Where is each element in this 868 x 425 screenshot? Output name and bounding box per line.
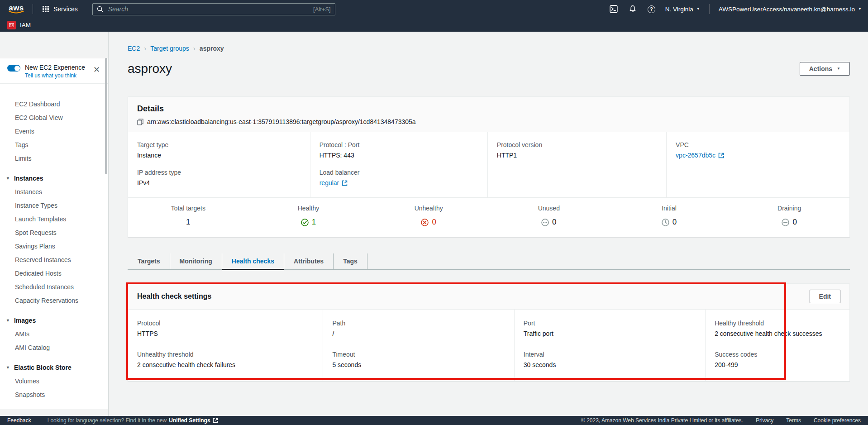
new-experience-label: New EC2 Experience xyxy=(25,64,85,71)
sidebar-scrollbar[interactable] xyxy=(105,58,107,174)
external-link-icon xyxy=(213,418,218,423)
sidebar-item-limits[interactable]: Limits xyxy=(0,152,108,165)
breadcrumb: EC2 › Target groups › asproxy xyxy=(128,44,850,52)
region-selector[interactable]: N. Virginia ▼ xyxy=(665,6,700,13)
minus-circle-icon xyxy=(782,219,789,226)
divider xyxy=(709,4,710,14)
counter-unused: Unused 0 xyxy=(489,205,609,227)
sidebar-item-volumes[interactable]: Volumes xyxy=(0,374,108,388)
target-group-tabs: Targets Monitoring Health checks Attribu… xyxy=(128,253,850,270)
recent-service-link[interactable]: IAM xyxy=(20,22,31,29)
sidebar-item-launch-templates[interactable]: Launch Templates xyxy=(0,212,108,226)
account-menu[interactable]: AWSPowerUserAccess/navaneeth.kn@harness.… xyxy=(719,6,862,13)
load-balancer-link[interactable]: regular xyxy=(320,179,348,186)
protocol-version-value: HTTP1 xyxy=(497,152,657,159)
sidebar-item-dedicated-hosts[interactable]: Dedicated Hosts xyxy=(0,267,108,280)
field-label: Success codes xyxy=(715,351,840,358)
aws-logo[interactable]: aws xyxy=(6,5,26,14)
hc-timeout-value: 5 seconds xyxy=(332,361,505,368)
field-label: Port xyxy=(524,320,696,327)
help-button[interactable]: ? xyxy=(647,5,656,14)
hc-interval-value: 30 seconds xyxy=(524,361,696,368)
privacy-link[interactable]: Privacy xyxy=(756,417,773,424)
x-circle-icon xyxy=(421,219,429,226)
breadcrumb-target-groups[interactable]: Target groups xyxy=(150,45,189,52)
sidebar-section-ebs[interactable]: ▼ Elastic Block Store xyxy=(0,361,108,374)
vpc-link[interactable]: vpc-2657db5c xyxy=(676,152,724,159)
close-icon[interactable]: ✕ xyxy=(91,64,102,76)
section-label: Instances xyxy=(14,175,43,182)
search-shortcut-hint: [Alt+S] xyxy=(313,6,331,13)
edit-button[interactable]: Edit xyxy=(810,290,840,303)
tell-us-link[interactable]: Tell us what you think xyxy=(25,72,85,79)
global-search[interactable]: [Alt+S] xyxy=(92,3,335,15)
breadcrumb-ec2[interactable]: EC2 xyxy=(128,45,140,52)
cloudshell-icon xyxy=(610,5,618,13)
breadcrumb-current: asproxy xyxy=(200,45,224,52)
counter-initial: Initial 0 xyxy=(609,205,730,227)
counter-label: Unhealthy xyxy=(368,205,489,212)
hc-protocol-value: HTTPS xyxy=(137,330,314,337)
field-label: Protocol version xyxy=(497,141,657,148)
sidebar-item-reserved-instances[interactable]: Reserved Instances xyxy=(0,253,108,267)
protocol-port-value: HTTPS: 443 xyxy=(320,152,478,159)
tab-targets[interactable]: Targets xyxy=(128,253,170,269)
sidebar-section-images[interactable]: ▼ Images xyxy=(0,314,108,327)
feedback-link[interactable]: Feedback xyxy=(7,417,31,424)
services-label: Services xyxy=(53,5,78,13)
sidebar-item-spot-requests[interactable]: Spot Requests xyxy=(0,226,108,239)
dots-circle-icon xyxy=(541,219,549,226)
counter-value: 0 xyxy=(672,218,677,227)
counter-label: Total targets xyxy=(128,205,248,212)
copy-arn-button[interactable] xyxy=(137,119,143,125)
counter-value: 0 xyxy=(432,218,436,227)
sidebar-item-savings-plans[interactable]: Savings Plans xyxy=(0,239,108,253)
field-label: Interval xyxy=(524,351,696,358)
field-label: Protocol xyxy=(137,320,314,327)
bell-icon xyxy=(629,5,637,13)
search-icon xyxy=(97,6,104,13)
load-balancer-value: regular xyxy=(320,179,339,186)
vpc-value: vpc-2657db5c xyxy=(676,152,715,159)
sidebar-item-ami-catalog[interactable]: AMI Catalog xyxy=(0,341,108,354)
sidebar-item-snapshots[interactable]: Snapshots xyxy=(0,388,108,401)
edit-label: Edit xyxy=(819,293,831,300)
tab-tags[interactable]: Tags xyxy=(334,253,367,269)
sidebar-item-capacity-reservations[interactable]: Capacity Reservations xyxy=(0,294,108,307)
sidebar-item-instances[interactable]: Instances xyxy=(0,185,108,199)
counter-value: 0 xyxy=(792,218,796,227)
tab-attributes[interactable]: Attributes xyxy=(284,253,334,269)
hc-path-value: / xyxy=(332,330,505,337)
field-label: Target type xyxy=(137,141,301,148)
details-card: Details arn:aws:elasticloadbalancing:us-… xyxy=(128,96,850,237)
section-label: Elastic Block Store xyxy=(14,364,72,371)
counter-label: Initial xyxy=(609,205,730,212)
sidebar-item-ec2-dashboard[interactable]: EC2 Dashboard xyxy=(0,97,108,111)
new-experience-toggle[interactable] xyxy=(7,65,20,72)
services-menu-button[interactable]: Services xyxy=(39,4,81,14)
sidebar-item-ec2-global-view[interactable]: EC2 Global View xyxy=(0,111,108,124)
actions-button[interactable]: Actions ▼ xyxy=(800,62,850,76)
terms-link[interactable]: Terms xyxy=(786,417,801,424)
notifications-button[interactable] xyxy=(628,4,638,14)
sidebar-item-events[interactable]: Events xyxy=(0,124,108,138)
hc-success-codes-value: 200-499 xyxy=(715,361,840,368)
sidebar-section-instances[interactable]: ▼ Instances xyxy=(0,172,108,185)
services-grid-icon xyxy=(42,5,49,13)
tab-monitoring[interactable]: Monitoring xyxy=(170,253,222,269)
cookie-preferences-link[interactable]: Cookie preferences xyxy=(814,417,861,424)
check-circle-icon xyxy=(301,219,309,226)
region-label: N. Virginia xyxy=(665,6,693,13)
sidebar-item-amis[interactable]: AMIs xyxy=(0,327,108,341)
sidebar-item-tags[interactable]: Tags xyxy=(0,138,108,152)
counter-label: Draining xyxy=(729,205,849,212)
tab-health-checks[interactable]: Health checks xyxy=(222,253,284,270)
sidebar-item-scheduled-instances[interactable]: Scheduled Instances xyxy=(0,280,108,294)
unified-settings-link[interactable]: Unified Settings xyxy=(169,417,210,424)
page-title: asproxy xyxy=(128,62,172,76)
counter-draining: Draining 0 xyxy=(729,205,849,227)
caret-down-icon: ▼ xyxy=(6,177,10,181)
search-input[interactable] xyxy=(107,5,310,13)
sidebar-item-instance-types[interactable]: Instance Types xyxy=(0,199,108,212)
cloudshell-button[interactable] xyxy=(609,4,619,14)
